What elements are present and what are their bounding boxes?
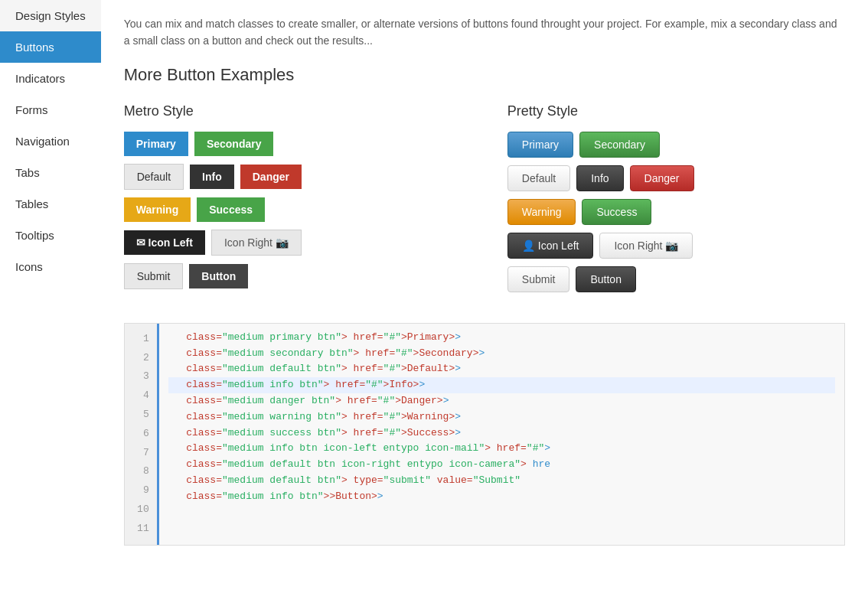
pretty-btn-warning[interactable]: Warning (507, 199, 576, 225)
metro-btn-icon-right[interactable]: Icon Right 📷 (211, 230, 302, 256)
pretty-btn-primary[interactable]: Primary (507, 132, 573, 158)
sidebar-item-indicators[interactable]: Indicators (0, 63, 101, 94)
pretty-btn-icon-left[interactable]: 👤 Icon Left (507, 233, 594, 259)
code-line: class="medium secondary btn"> href="#">S… (168, 346, 835, 362)
button-row: SubmitButton (124, 263, 462, 289)
button-row: PrimarySecondary (124, 132, 462, 156)
metro-btn-button-dark[interactable]: Button (189, 264, 248, 288)
button-row: WarningSuccess (124, 197, 462, 222)
line-number: 5 (125, 406, 157, 425)
button-row: 👤 Icon LeftIcon Right 📷 (507, 233, 845, 259)
metro-btn-primary[interactable]: Primary (124, 132, 188, 156)
pretty-btn-submit[interactable]: Submit (507, 266, 570, 292)
metro-btn-warning[interactable]: Warning (124, 197, 191, 222)
sidebar-item-design-styles[interactable]: Design Styles (0, 0, 101, 31)
main-content: You can mix and match classes to create … (101, 0, 868, 616)
pretty-title: Pretty Style (507, 103, 845, 119)
button-row: WarningSuccess (507, 199, 845, 225)
sidebar-item-forms[interactable]: Forms (0, 94, 101, 125)
sidebar-item-navigation[interactable]: Navigation (0, 125, 101, 157)
line-number: 9 (125, 481, 157, 500)
metro-btn-danger[interactable]: Danger (240, 165, 302, 189)
metro-btn-default[interactable]: Default (124, 164, 184, 190)
code-line: class="medium primary btn"> href="#">Pri… (168, 330, 835, 346)
line-number: 7 (125, 444, 157, 463)
metro-btn-icon-left[interactable]: ✉ Icon Left (124, 230, 205, 255)
pretty-btn-button-dark[interactable]: Button (576, 266, 635, 292)
code-line: class="medium info btn"> href="#">Info>> (168, 377, 835, 393)
sidebar-item-icons[interactable]: Icons (0, 251, 101, 282)
code-line: class="medium default btn"> href="#">Def… (168, 361, 835, 377)
sidebar-item-tables[interactable]: Tables (0, 188, 101, 220)
pretty-btn-info[interactable]: Info (576, 165, 623, 191)
button-row: DefaultInfoDanger (507, 165, 845, 191)
line-number: 8 (125, 462, 157, 481)
pretty-btn-danger[interactable]: Danger (630, 165, 694, 191)
code-block: 1234567891011 class="medium primary btn"… (124, 323, 845, 546)
line-number: 10 (125, 500, 157, 520)
line-number: 4 (125, 386, 157, 406)
metro-btn-submit[interactable]: Submit (124, 263, 184, 289)
code-line: class="medium warning btn"> href="#">War… (168, 409, 835, 425)
code-content[interactable]: class="medium primary btn"> href="#">Pri… (159, 324, 844, 545)
code-line: class="medium default btn"> type="submit… (168, 473, 835, 489)
intro-text: You can mix and match classes to create … (124, 15, 845, 50)
code-line: class="medium info btn">>Button>> (168, 489, 835, 505)
button-row: SubmitButton (507, 266, 845, 292)
button-row: PrimarySecondary (507, 132, 845, 158)
pretty-btn-icon-right[interactable]: Icon Right 📷 (599, 233, 693, 259)
metro-btn-info[interactable]: Info (190, 165, 234, 189)
button-row: DefaultInfoDanger (124, 164, 462, 190)
sidebar-item-tooltips[interactable]: Tooltips (0, 220, 101, 251)
pretty-btn-default[interactable]: Default (507, 165, 570, 191)
line-number: 6 (125, 425, 157, 444)
code-line: class="medium info btn icon-left entypo … (168, 441, 835, 457)
button-sections: Metro Style PrimarySecondaryDefaultInfoD… (124, 103, 845, 300)
pretty-section: Pretty Style PrimarySecondaryDefaultInfo… (507, 103, 845, 300)
metro-btn-secondary[interactable]: Secondary (194, 132, 274, 156)
code-line: class="medium danger btn"> href="#">Dang… (168, 393, 835, 409)
metro-section: Metro Style PrimarySecondaryDefaultInfoD… (124, 103, 462, 300)
metro-title: Metro Style (124, 103, 462, 119)
metro-btn-success[interactable]: Success (197, 197, 265, 222)
pretty-btn-success[interactable]: Success (582, 199, 651, 225)
line-numbers: 1234567891011 (125, 324, 159, 545)
sidebar-item-tabs[interactable]: Tabs (0, 157, 101, 188)
pretty-btn-secondary[interactable]: Secondary (579, 132, 660, 158)
page-heading: More Button Examples (124, 65, 845, 85)
sidebar: Design StylesButtonsIndicatorsFormsNavig… (0, 0, 101, 616)
code-line: class="medium default btn icon-right ent… (168, 457, 835, 473)
line-number: 2 (125, 349, 157, 368)
code-line: class="medium success btn"> href="#">Suc… (168, 425, 835, 442)
button-row: ✉ Icon LeftIcon Right 📷 (124, 230, 462, 256)
line-number: 11 (125, 520, 157, 539)
line-number: 3 (125, 367, 157, 386)
sidebar-item-buttons[interactable]: Buttons (0, 31, 101, 63)
line-number: 1 (125, 330, 157, 349)
